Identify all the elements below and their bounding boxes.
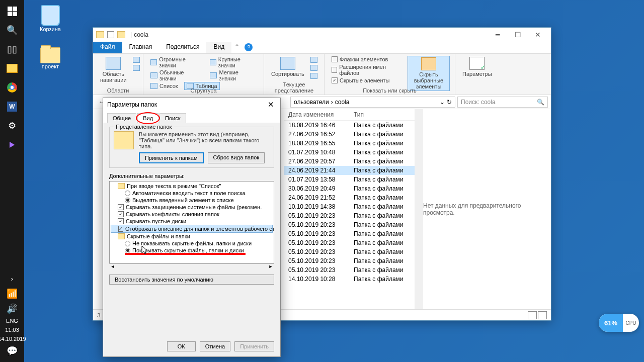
search-input[interactable]: Поиск: coola 🔍	[457, 97, 548, 108]
breadcrumb-users[interactable]: ользователи	[294, 99, 329, 106]
layout-huge[interactable]: Огромные значки	[148, 56, 204, 69]
details-view-toggle[interactable]	[528, 311, 537, 319]
navigation-pane-button[interactable]: Область навигации	[98, 56, 129, 84]
details-pane-icon[interactable]	[133, 65, 140, 71]
layout-small[interactable]: Мелкие значки	[208, 69, 259, 82]
file-list[interactable]: Дата изменения Тип 18.08.2019 16:46Папка…	[284, 109, 415, 309]
autosize-icon[interactable]	[310, 73, 317, 79]
tab-view[interactable]: Вид	[206, 42, 231, 53]
network-icon[interactable]: 📶	[6, 288, 18, 300]
dialog-tab-search[interactable]: Поиск	[159, 113, 186, 123]
list-header[interactable]: Дата изменения Тип	[284, 109, 415, 121]
collapse-ribbon-button[interactable]: ⌃	[231, 42, 243, 53]
table-row[interactable]: 14.10.2019 10:28Папка с файлами	[284, 275, 415, 284]
dialog-tab-general[interactable]: Общие	[107, 113, 136, 123]
search-icon[interactable]: 🔍	[6, 24, 18, 36]
tab-share[interactable]: Поделиться	[159, 42, 206, 53]
tree-option-hide-empty[interactable]: ✓Скрывать пустые диски	[111, 218, 273, 225]
ok-button[interactable]: ОК	[167, 341, 196, 351]
sort-button[interactable]: Сортировать	[269, 56, 306, 78]
recycle-bin[interactable]: Корзина	[33, 5, 68, 32]
restore-defaults-button[interactable]: Восстановить значения по умолчанию	[109, 275, 274, 285]
table-row[interactable]: 05.10.2019 20:23Папка с файлами	[284, 256, 415, 265]
maximize-button[interactable]: ☐	[508, 30, 528, 40]
extensions-option[interactable]: Расширения имен файлов	[330, 63, 404, 76]
tree-option-hide-protected[interactable]: ✓Скрывать защищенные системные файлы (ре…	[111, 204, 273, 211]
minimize-button[interactable]: ━	[488, 30, 508, 40]
hide-selected-button[interactable]: Скрыть выбранные элементы	[408, 56, 450, 91]
hidden-items-option[interactable]: ✓Скрытые элементы	[330, 77, 404, 84]
scroll-left-button[interactable]: ◄	[109, 264, 116, 270]
clock-time[interactable]: 11:03	[5, 327, 19, 333]
table-row[interactable]: 18.08.2019 16:46Папка с файлами	[284, 121, 415, 130]
table-row[interactable]: 05.10.2019 20:23Папка с файлами	[284, 247, 415, 256]
folder-views-group: Представление папок Вы можете применить …	[109, 127, 274, 168]
tree-option-show-desc[interactable]: ✓Отображать описание для папок и элемент…	[111, 225, 273, 233]
scroll-right-button[interactable]: ►	[267, 264, 274, 270]
table-row[interactable]: 05.10.2019 20:23Папка с файлами	[284, 220, 415, 229]
table-row[interactable]: 10.10.2019 14:38Папка с файлами	[284, 202, 415, 211]
tray-expand-icon[interactable]: ›	[6, 273, 18, 285]
explorer-icon[interactable]	[6, 62, 18, 74]
tab-home[interactable]: Главная	[122, 42, 159, 53]
tree-option-select-item[interactable]: Выделять введенный элемент в списке	[111, 197, 273, 204]
preview-empty-text: Нет данных для предварительного просмотр…	[423, 202, 551, 216]
vertical-scrollbar[interactable]	[415, 109, 423, 309]
table-row[interactable]: 27.06.2019 20:57Папка с файлами	[284, 157, 415, 166]
options-button[interactable]: Параметры	[460, 56, 494, 78]
table-row[interactable]: 30.06.2019 20:49Папка с файлами	[284, 184, 415, 193]
dropdown-icon[interactable]: ⌄	[440, 99, 445, 106]
word-icon[interactable]: W	[6, 101, 18, 113]
tree-option-show-hidden[interactable]: Показывать скрытые файлы, папки и диски	[111, 247, 273, 254]
reset-folders-button[interactable]: Сброс вида папок	[208, 152, 265, 163]
table-row[interactable]: 27.06.2019 16:52Папка с файлами	[284, 130, 415, 139]
tab-file[interactable]: Файл	[93, 42, 122, 53]
tree-option-dont-show-hidden[interactable]: Не показывать скрытые файлы, папки и дис…	[111, 240, 273, 247]
project-folder[interactable]: проект	[33, 47, 68, 69]
settings-icon[interactable]: ⚙	[6, 120, 18, 132]
table-row[interactable]: 05.10.2019 20:23Папка с файлами	[284, 238, 415, 247]
refresh-button[interactable]: ↻	[447, 99, 452, 106]
help-icon[interactable]: ?	[245, 43, 253, 51]
tree-option-auto-search[interactable]: Автоматически вводить текст в поле поиск…	[111, 190, 273, 197]
dialog-tab-view[interactable]: Вид	[137, 113, 158, 123]
layout-large[interactable]: Крупные значки	[208, 56, 259, 69]
table-row[interactable]: 24.06.2019 21:52Папка с файлами	[284, 193, 415, 202]
dialog-close-button[interactable]: ✕	[265, 100, 276, 109]
table-row[interactable]: 18.08.2019 16:55Папка с файлами	[284, 139, 415, 148]
layout-medium[interactable]: Обычные значки	[148, 69, 204, 82]
breadcrumb[interactable]: ользователи› coola ⌄ ↻	[290, 97, 455, 108]
close-button[interactable]: ✕	[528, 30, 548, 40]
start-button[interactable]	[6, 5, 18, 17]
breadcrumb-folder[interactable]: coola	[335, 99, 350, 106]
media-player-icon[interactable]	[6, 139, 18, 151]
large-icons-view-toggle[interactable]	[538, 311, 547, 319]
cpu-widget[interactable]: 61% CPU	[599, 314, 639, 332]
col-type[interactable]: Тип	[354, 111, 411, 118]
add-columns-icon[interactable]	[310, 65, 317, 71]
chrome-icon[interactable]	[6, 81, 18, 94]
table-row[interactable]: 24.06.2019 21:44Папка с файлами	[284, 166, 415, 175]
tree-option-hide-merge[interactable]: ✓Скрывать конфликты слияния папок	[111, 211, 273, 218]
preview-pane-icon[interactable]	[133, 57, 140, 63]
show-hide-group-label: Показать или скрыть	[325, 87, 455, 94]
qat-checkbox-icon[interactable]	[107, 31, 114, 38]
table-row[interactable]: 01.07.2019 13:58Папка с файлами	[284, 175, 415, 184]
advanced-settings-tree[interactable]: При вводе текста в режиме "Список" Автом…	[109, 181, 274, 263]
table-row[interactable]: 05.10.2019 20:23Папка с файлами	[284, 211, 415, 220]
table-row[interactable]: 01.07.2019 10:48Папка с файлами	[284, 148, 415, 157]
volume-icon[interactable]: 🔊	[6, 303, 18, 315]
explorer-titlebar[interactable]: | coola ━ ☐ ✕	[93, 28, 551, 42]
notifications-icon[interactable]: 💬	[6, 345, 18, 357]
group-by-icon[interactable]	[310, 57, 317, 63]
tree-horizontal-scrollbar[interactable]: ◄ ►	[109, 263, 274, 270]
table-row[interactable]: 05.10.2019 20:23Папка с файлами	[284, 229, 415, 238]
checkbox-items-option[interactable]: Флажки элементов	[330, 56, 404, 63]
apply-to-folders-button[interactable]: Применить к папкам	[139, 152, 204, 163]
task-view-icon[interactable]: ▯▯	[6, 43, 18, 55]
dialog-titlebar[interactable]: Параметры папок ✕	[103, 98, 280, 111]
language-indicator[interactable]: ENG	[6, 318, 18, 324]
cancel-button[interactable]: Отмена	[200, 341, 230, 351]
col-date[interactable]: Дата изменения	[288, 111, 354, 118]
table-row[interactable]: 05.10.2019 20:23Папка с файлами	[284, 265, 415, 275]
